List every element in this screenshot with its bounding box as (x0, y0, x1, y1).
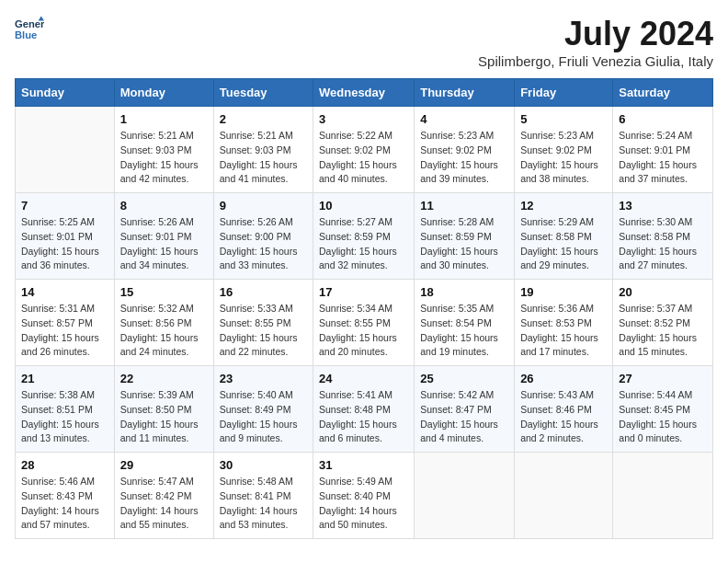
calendar-cell: 14 Sunrise: 5:31 AMSunset: 8:57 PMDaylig… (16, 280, 115, 366)
calendar-cell: 30 Sunrise: 5:48 AMSunset: 8:41 PMDaylig… (213, 453, 313, 539)
day-info: Sunrise: 5:44 AMSunset: 8:45 PMDaylight:… (619, 388, 707, 446)
calendar-cell: 1 Sunrise: 5:21 AMSunset: 9:03 PMDayligh… (114, 107, 213, 193)
calendar-cell: 6 Sunrise: 5:24 AMSunset: 9:01 PMDayligh… (613, 107, 713, 193)
day-number: 8 (120, 199, 208, 213)
day-info: Sunrise: 5:29 AMSunset: 8:58 PMDaylight:… (520, 215, 607, 273)
calendar-cell: 26 Sunrise: 5:43 AMSunset: 8:46 PMDaylig… (515, 366, 613, 453)
day-number: 19 (520, 285, 607, 299)
calendar-cell: 25 Sunrise: 5:42 AMSunset: 8:47 PMDaylig… (415, 366, 515, 453)
calendar-cell: 13 Sunrise: 5:30 AMSunset: 8:58 PMDaylig… (613, 193, 713, 280)
day-info: Sunrise: 5:25 AMSunset: 9:01 PMDaylight:… (21, 215, 108, 273)
weekday-header: Monday (114, 79, 213, 107)
calendar-cell: 10 Sunrise: 5:27 AMSunset: 8:59 PMDaylig… (313, 193, 415, 280)
title-block: July 2024 Spilimbergo, Friuli Venezia Gi… (478, 15, 713, 69)
calendar-cell: 27 Sunrise: 5:44 AMSunset: 8:45 PMDaylig… (613, 366, 713, 453)
calendar-cell: 16 Sunrise: 5:33 AMSunset: 8:55 PMDaylig… (213, 280, 313, 366)
day-info: Sunrise: 5:41 AMSunset: 8:48 PMDaylight:… (319, 388, 408, 446)
day-number: 17 (319, 285, 408, 299)
calendar-cell: 20 Sunrise: 5:37 AMSunset: 8:52 PMDaylig… (613, 280, 713, 366)
day-number: 27 (619, 372, 707, 385)
day-number: 23 (220, 372, 307, 385)
day-number: 3 (319, 112, 408, 126)
weekday-header: Thursday (415, 79, 515, 107)
calendar-cell: 19 Sunrise: 5:36 AMSunset: 8:53 PMDaylig… (515, 280, 613, 366)
calendar-cell: 29 Sunrise: 5:47 AMSunset: 8:42 PMDaylig… (114, 453, 213, 539)
logo: General Blue (15, 15, 44, 44)
day-number: 22 (120, 372, 208, 385)
month-title: July 2024 (478, 15, 713, 53)
calendar-cell: 5 Sunrise: 5:23 AMSunset: 9:02 PMDayligh… (515, 107, 613, 193)
day-info: Sunrise: 5:24 AMSunset: 9:01 PMDaylight:… (619, 129, 707, 187)
day-info: Sunrise: 5:32 AMSunset: 8:56 PMDaylight:… (120, 302, 208, 360)
calendar-cell: 22 Sunrise: 5:39 AMSunset: 8:50 PMDaylig… (114, 366, 213, 453)
calendar-cell: 31 Sunrise: 5:49 AMSunset: 8:40 PMDaylig… (313, 453, 415, 539)
day-number: 5 (520, 112, 607, 126)
day-info: Sunrise: 5:21 AMSunset: 9:03 PMDaylight:… (120, 129, 208, 187)
calendar-cell: 24 Sunrise: 5:41 AMSunset: 8:48 PMDaylig… (313, 366, 415, 453)
day-number: 21 (21, 372, 108, 385)
day-info: Sunrise: 5:34 AMSunset: 8:55 PMDaylight:… (319, 302, 408, 360)
calendar-cell: 21 Sunrise: 5:38 AMSunset: 8:51 PMDaylig… (16, 366, 115, 453)
calendar-cell: 18 Sunrise: 5:35 AMSunset: 8:54 PMDaylig… (415, 280, 515, 366)
day-number: 16 (220, 285, 307, 299)
page-header: General Blue July 2024 Spilimbergo, Friu… (15, 15, 713, 69)
day-number: 9 (220, 199, 307, 213)
calendar-cell: 17 Sunrise: 5:34 AMSunset: 8:55 PMDaylig… (313, 280, 415, 366)
day-info: Sunrise: 5:38 AMSunset: 8:51 PMDaylight:… (21, 388, 108, 446)
day-info: Sunrise: 5:43 AMSunset: 8:46 PMDaylight:… (520, 388, 607, 446)
day-info: Sunrise: 5:40 AMSunset: 8:49 PMDaylight:… (220, 388, 307, 446)
calendar-week-row: 14 Sunrise: 5:31 AMSunset: 8:57 PMDaylig… (16, 280, 713, 366)
day-info: Sunrise: 5:49 AMSunset: 8:40 PMDaylight:… (319, 475, 408, 533)
weekday-header: Wednesday (313, 79, 415, 107)
day-number: 29 (120, 458, 208, 472)
weekday-header-row: SundayMondayTuesdayWednesdayThursdayFrid… (16, 79, 713, 107)
calendar-cell: 11 Sunrise: 5:28 AMSunset: 8:59 PMDaylig… (415, 193, 515, 280)
day-number: 13 (619, 199, 707, 213)
day-number: 11 (420, 199, 508, 213)
day-number: 2 (220, 112, 307, 126)
calendar-cell: 2 Sunrise: 5:21 AMSunset: 9:03 PMDayligh… (213, 107, 313, 193)
day-info: Sunrise: 5:47 AMSunset: 8:42 PMDaylight:… (120, 475, 208, 533)
calendar-cell: 28 Sunrise: 5:46 AMSunset: 8:43 PMDaylig… (16, 453, 115, 539)
day-number: 25 (420, 372, 508, 385)
calendar-week-row: 28 Sunrise: 5:46 AMSunset: 8:43 PMDaylig… (16, 453, 713, 539)
day-number: 31 (319, 458, 408, 472)
calendar-cell: 23 Sunrise: 5:40 AMSunset: 8:49 PMDaylig… (213, 366, 313, 453)
weekday-header: Friday (515, 79, 613, 107)
calendar-cell: 15 Sunrise: 5:32 AMSunset: 8:56 PMDaylig… (114, 280, 213, 366)
weekday-header: Sunday (16, 79, 115, 107)
day-number: 18 (420, 285, 508, 299)
day-number: 28 (21, 458, 108, 472)
day-number: 6 (619, 112, 707, 126)
logo-icon: General Blue (15, 15, 44, 44)
day-info: Sunrise: 5:36 AMSunset: 8:53 PMDaylight:… (520, 302, 607, 360)
day-number: 7 (21, 199, 108, 213)
weekday-header: Tuesday (213, 79, 313, 107)
calendar-week-row: 21 Sunrise: 5:38 AMSunset: 8:51 PMDaylig… (16, 366, 713, 453)
day-number: 30 (220, 458, 307, 472)
day-number: 1 (120, 112, 208, 126)
calendar-cell: 7 Sunrise: 5:25 AMSunset: 9:01 PMDayligh… (16, 193, 115, 280)
day-info: Sunrise: 5:27 AMSunset: 8:59 PMDaylight:… (319, 215, 408, 273)
svg-text:Blue: Blue (15, 29, 37, 40)
day-info: Sunrise: 5:33 AMSunset: 8:55 PMDaylight:… (220, 302, 307, 360)
calendar-cell (613, 453, 713, 539)
day-number: 10 (319, 199, 408, 213)
day-info: Sunrise: 5:30 AMSunset: 8:58 PMDaylight:… (619, 215, 707, 273)
calendar-cell (415, 453, 515, 539)
day-info: Sunrise: 5:39 AMSunset: 8:50 PMDaylight:… (120, 388, 208, 446)
calendar-cell: 4 Sunrise: 5:23 AMSunset: 9:02 PMDayligh… (415, 107, 515, 193)
day-info: Sunrise: 5:46 AMSunset: 8:43 PMDaylight:… (21, 475, 108, 533)
day-info: Sunrise: 5:37 AMSunset: 8:52 PMDaylight:… (619, 302, 707, 360)
calendar-week-row: 1 Sunrise: 5:21 AMSunset: 9:03 PMDayligh… (16, 107, 713, 193)
day-info: Sunrise: 5:35 AMSunset: 8:54 PMDaylight:… (420, 302, 508, 360)
day-number: 20 (619, 285, 707, 299)
calendar-cell: 9 Sunrise: 5:26 AMSunset: 9:00 PMDayligh… (213, 193, 313, 280)
calendar-cell: 3 Sunrise: 5:22 AMSunset: 9:02 PMDayligh… (313, 107, 415, 193)
day-info: Sunrise: 5:23 AMSunset: 9:02 PMDaylight:… (420, 129, 508, 187)
day-number: 15 (120, 285, 208, 299)
calendar-cell (16, 107, 115, 193)
calendar-cell (515, 453, 613, 539)
calendar-cell: 12 Sunrise: 5:29 AMSunset: 8:58 PMDaylig… (515, 193, 613, 280)
day-info: Sunrise: 5:23 AMSunset: 9:02 PMDaylight:… (520, 129, 607, 187)
